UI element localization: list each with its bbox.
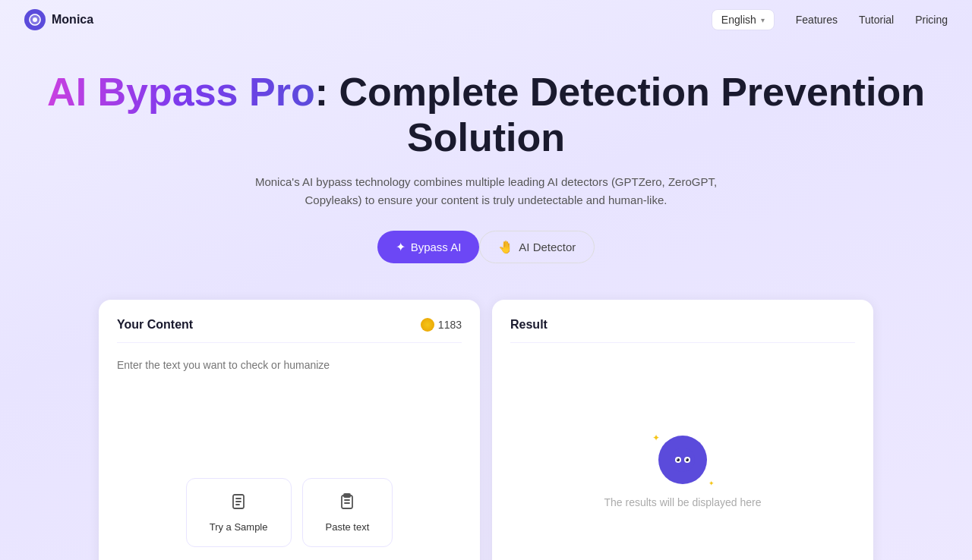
logo[interactable]: Monica [24,9,93,30]
result-panel: Result ✦ ✦ [492,300,873,560]
wand-icon: ✦ [396,240,406,254]
pricing-link[interactable]: Pricing [915,14,948,26]
title-rest: : Complete Detection Prevention Solution [315,70,925,159]
robot-icon [658,436,707,484]
result-body: ✦ ✦ The results will b [510,354,855,560]
content-panel-header: Your Content 1183 [117,318,462,343]
token-badge: 1183 [421,318,462,332]
chevron-down-icon: ▾ [761,16,765,24]
bypass-ai-tab[interactable]: ✦ Bypass AI [377,231,480,263]
svg-point-10 [671,448,695,472]
content-panel-title: Your Content [117,318,193,332]
tutorial-link[interactable]: Tutorial [859,14,894,26]
content-panel: Your Content 1183 Try a Sample [99,300,480,560]
sparkle-bottom-icon: ✦ [708,480,715,487]
paste-text-button[interactable]: Paste text [302,478,393,547]
logo-icon [24,9,46,30]
features-link[interactable]: Features [796,14,838,26]
svg-point-15 [677,458,678,460]
nav-right: English ▾ Features Tutorial Pricing [712,9,948,30]
sparkle-top-icon: ✦ [652,433,660,443]
content-textarea[interactable] [117,354,462,460]
main-content-area: Your Content 1183 Try a Sample [84,300,888,560]
language-selector[interactable]: English ▾ [712,9,775,30]
sample-icon [229,492,248,515]
robot-container: ✦ ✦ [658,436,707,484]
detector-icon: 🤚 [498,240,513,254]
result-panel-header: Result [510,318,855,343]
svg-point-16 [686,458,687,460]
title-gradient-part: AI Bypass Pro [47,70,315,114]
hero-subtitle: Monica's AI bypass technology combines m… [228,173,744,209]
sample-buttons-row: Try a Sample Paste text [117,478,462,547]
hero-section: AI Bypass Pro: Complete Detection Preven… [0,39,972,300]
paste-icon [338,492,356,515]
result-placeholder-text: The results will be displayed here [604,496,762,508]
page-title: AI Bypass Pro: Complete Detection Preven… [15,70,957,161]
tab-row: ✦ Bypass AI 🤚 AI Detector [15,231,957,263]
token-icon [421,318,434,332]
ai-detector-tab[interactable]: 🤚 AI Detector [479,231,595,263]
navbar: Monica English ▾ Features Tutorial Prici… [0,0,972,39]
try-sample-button[interactable]: Try a Sample [186,478,292,547]
token-count: 1183 [438,319,462,331]
result-panel-title: Result [510,318,548,332]
svg-point-1 [33,17,37,22]
